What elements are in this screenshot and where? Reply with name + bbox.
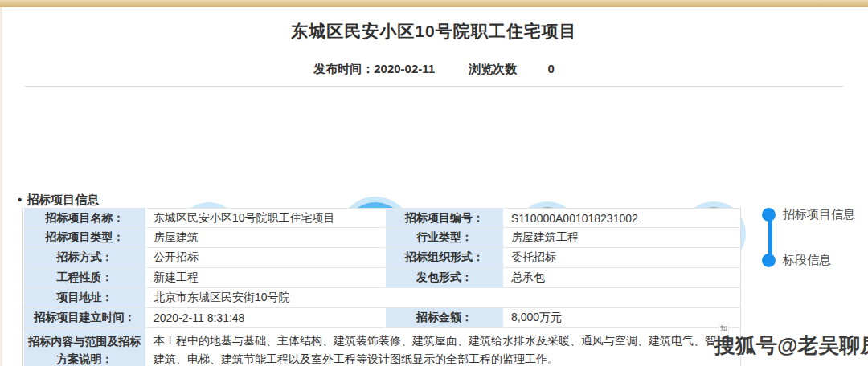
anchor-nav: 招标项目信息 标段信息 [762,205,868,294]
cell-label-project-number: 招标项目编号： [384,208,505,228]
publish-time-value: 2020-02-11 [374,62,435,75]
tender-info-table: 招标项目名称： 东城区民安小区10号院职工住宅项目 招标项目编号： S11000… [22,208,741,366]
table-row: 项目地址： 北京市东城区民安街10号院 [23,288,740,308]
cell-value-tender-method: 公开招标 [147,248,384,268]
cell-label-tender-amount: 招标金额： [384,308,505,328]
cell-label-contract-form: 发包形式： [384,268,505,288]
process-flow: 项目 登记 公告 及文件 开评标 交易 [0,95,868,187]
cell-value-organization-form: 委托招标 [505,248,740,268]
page-title: 东城区民安小区10号院职工住宅项目 [0,20,868,43]
bullet-icon: • [18,193,22,206]
cell-label-project-name: 招标项目名称： [23,208,147,228]
table-row: 工程性质： 新建工程 发包形式： 总承包 [23,268,740,288]
cell-label-organization-form: 招标组织形式： [384,248,505,268]
cell-label-setup-time: 招标项目建立时间： [23,308,147,328]
cell-value-setup-time: 2020-2-11 8:31:48 [147,308,384,328]
nav-item-label: 招标项目信息 [783,207,855,222]
cell-value-project-address: 北京市东城区民安街10号院 [147,288,740,308]
table-row: 招标项目名称： 东城区民安小区10号院职工住宅项目 招标项目编号： S11000… [23,208,740,228]
table-row: 招标项目类型： 房屋建筑 行业类型： 房屋建筑工程 [23,228,740,248]
cell-label-industry-type: 行业类型： [384,228,505,248]
publish-time-label: 发布时间： [313,62,374,77]
nav-item-label: 标段信息 [783,253,831,268]
table-row: 招标内容与范围及招标方案说明： 本工程中的地基与基础、主体结构、建筑装饰装修、建… [23,328,740,366]
cell-label-project-nature: 工程性质： [23,268,147,288]
nav-item-tender-project-info[interactable]: 招标项目信息 [762,207,855,222]
cell-label-scope-description: 招标内容与范围及招标方案说明： [23,328,147,366]
top-gold-bar [0,0,868,7]
cell-label-tender-method: 招标方式： [23,248,147,268]
views-label: 浏览次数 [469,62,517,77]
publish-meta: 发布时间：2020-02-11 浏览次数 0 [0,62,868,77]
cell-value-project-type: 房屋建筑 [147,228,384,248]
views-count: 0 [547,62,554,75]
watermark-text: 搜狐号@老吴聊房 [714,331,868,360]
cell-value-scope-description: 本工程中的地基与基础、主体结构、建筑装饰装修、建筑屋面、建筑给水排水及采暖、通风… [147,328,740,366]
cell-label-project-type: 招标项目类型： [23,228,147,248]
cell-value-contract-form: 总承包 [505,268,740,288]
cell-value-tender-amount: 8,000万元 [505,308,740,328]
section-title: 招标项目信息 [27,193,99,206]
header-divider [24,86,844,87]
table-row: 招标项目建立时间： 2020-2-11 8:31:48 招标金额： 8,000万… [23,308,740,328]
nav-item-section-info[interactable]: 标段信息 [762,253,831,268]
section-header-tender-project-info: •招标项目信息 [18,193,99,208]
cell-value-project-name: 东城区民安小区10号院职工住宅项目 [147,208,384,228]
nav-dot-icon [762,254,776,267]
cell-value-project-nature: 新建工程 [147,268,384,288]
cell-value-industry-type: 房屋建筑工程 [505,228,740,248]
cell-label-project-address: 项目地址： [23,288,147,308]
table-row: 招标方式： 公开招标 招标组织形式： 委托招标 [23,248,740,268]
cell-value-project-number: S110000A001018231002 [505,208,740,228]
nav-dot-icon [762,208,776,222]
